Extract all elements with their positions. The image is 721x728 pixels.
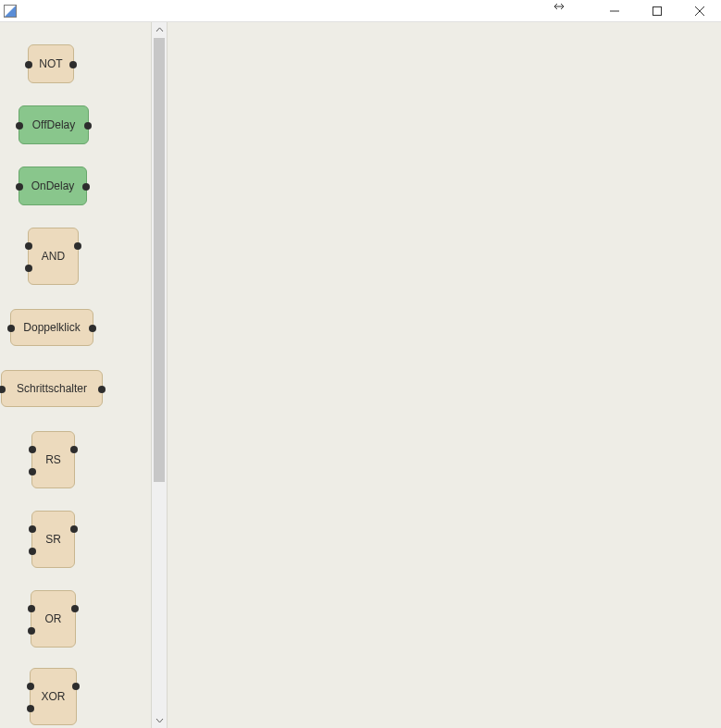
input-port[interactable] bbox=[7, 325, 15, 332]
block-label: OR bbox=[45, 612, 62, 625]
output-port[interactable] bbox=[70, 446, 78, 453]
input-port[interactable] bbox=[29, 468, 36, 475]
input-port[interactable] bbox=[28, 605, 35, 612]
output-port[interactable] bbox=[71, 605, 79, 612]
output-port[interactable] bbox=[74, 242, 81, 250]
block-label: AND bbox=[42, 250, 65, 263]
input-port[interactable] bbox=[16, 183, 23, 191]
titlebar bbox=[0, 0, 721, 22]
output-port[interactable] bbox=[89, 325, 96, 332]
block-label: SR bbox=[45, 533, 61, 546]
window-controls bbox=[593, 0, 721, 21]
palette-block-doppelklick[interactable]: Doppelklick bbox=[10, 309, 93, 346]
scrollbar-down-button[interactable] bbox=[152, 712, 168, 728]
input-port[interactable] bbox=[29, 525, 36, 533]
input-port[interactable] bbox=[25, 242, 32, 250]
svg-rect-1 bbox=[653, 7, 662, 16]
editor-canvas[interactable] bbox=[168, 22, 721, 728]
resize-grip-icon[interactable] bbox=[553, 2, 565, 13]
block-label: NOT bbox=[39, 57, 62, 70]
client-area: NOTOffDelayOnDelayANDDoppelklickSchritts… bbox=[0, 22, 721, 728]
palette-scrollbar[interactable] bbox=[152, 22, 168, 728]
palette-block-and[interactable]: AND bbox=[28, 228, 79, 285]
input-port[interactable] bbox=[29, 548, 36, 555]
input-port[interactable] bbox=[25, 265, 32, 272]
output-port[interactable] bbox=[69, 61, 77, 68]
close-button[interactable] bbox=[678, 0, 721, 22]
palette-block-or[interactable]: OR bbox=[31, 590, 76, 648]
palette-block-offdelay[interactable]: OffDelay bbox=[19, 105, 89, 144]
input-port[interactable] bbox=[27, 683, 34, 690]
block-label: OnDelay bbox=[31, 179, 75, 192]
block-label: Doppelklick bbox=[23, 321, 80, 334]
output-port[interactable] bbox=[84, 122, 92, 130]
minimize-button[interactable] bbox=[593, 0, 636, 22]
palette-block-xor[interactable]: XOR bbox=[30, 668, 77, 725]
block-label: RS bbox=[45, 453, 61, 466]
output-port[interactable] bbox=[82, 183, 90, 191]
input-port[interactable] bbox=[0, 386, 6, 393]
block-label: Schrittschalter bbox=[17, 382, 87, 395]
input-port[interactable] bbox=[28, 627, 35, 635]
input-port[interactable] bbox=[25, 61, 32, 68]
scrollbar-thumb[interactable] bbox=[154, 38, 165, 482]
titlebar-left bbox=[0, 5, 22, 18]
block-palette: NOTOffDelayOnDelayANDDoppelklickSchritts… bbox=[0, 22, 152, 728]
palette-block-rs[interactable]: RS bbox=[31, 431, 75, 488]
block-label: OffDelay bbox=[32, 118, 75, 131]
maximize-button[interactable] bbox=[636, 0, 678, 22]
scrollbar-up-button[interactable] bbox=[152, 22, 168, 38]
output-port[interactable] bbox=[70, 525, 78, 533]
palette-block-not[interactable]: NOT bbox=[28, 44, 74, 83]
output-port[interactable] bbox=[72, 683, 80, 690]
input-port[interactable] bbox=[29, 446, 36, 453]
output-port[interactable] bbox=[98, 386, 106, 393]
palette-block-sr[interactable]: SR bbox=[31, 511, 75, 568]
block-label: XOR bbox=[41, 690, 65, 703]
palette-block-schrittschalter[interactable]: Schrittschalter bbox=[1, 370, 103, 407]
input-port[interactable] bbox=[16, 122, 23, 130]
palette-block-ondelay[interactable]: OnDelay bbox=[19, 167, 87, 205]
scrollbar-track[interactable] bbox=[152, 38, 167, 712]
input-port[interactable] bbox=[27, 705, 34, 712]
app-icon bbox=[4, 5, 17, 18]
